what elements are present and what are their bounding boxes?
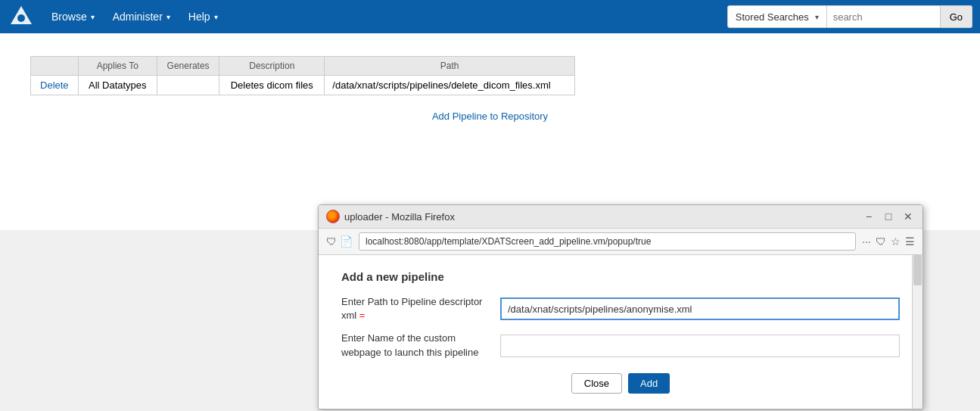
nav-browse[interactable]: Browse ▾	[42, 0, 104, 33]
col-path: Path	[325, 57, 575, 76]
browser-window-controls: − □ ✕	[862, 210, 915, 223]
minimize-button[interactable]: −	[862, 210, 876, 223]
col-applies-to: Applies To	[78, 57, 157, 76]
close-button[interactable]: ✕	[901, 210, 915, 223]
browser-title: uploader - Mozilla Firefox	[344, 211, 862, 223]
search-area: Stored Searches ▾ Go	[727, 5, 972, 28]
add-pipeline-link[interactable]: Add Pipeline to Repository	[30, 111, 950, 122]
logo	[8, 3, 35, 30]
firefox-icon	[326, 210, 340, 223]
col-generates: Generates	[157, 57, 219, 76]
applies-to-cell: All Datatypes	[78, 76, 157, 95]
col-description: Description	[219, 57, 325, 76]
browse-chevron-icon: ▾	[91, 13, 95, 21]
browser-popup: uploader - Mozilla Firefox − □ ✕ 🛡 📄 lo	[318, 204, 923, 230]
browser-addressbar: 🛡 📄 localhost:8080/app/template/XDATScre…	[319, 229, 922, 230]
main-content: Applies To Generates Description Path De…	[0, 33, 980, 230]
stored-searches-button[interactable]: Stored Searches ▾	[727, 5, 827, 28]
col-action	[31, 57, 79, 76]
go-button[interactable]: Go	[941, 5, 972, 28]
svg-point-1	[17, 14, 25, 22]
path-cell: /data/xnat/scripts/pipelines/delete_dico…	[325, 76, 575, 95]
description-cell: Deletes dicom files	[219, 76, 325, 95]
administer-chevron-icon: ▾	[166, 13, 170, 21]
nav-administer[interactable]: Administer ▾	[104, 0, 179, 33]
pipeline-table: Applies To Generates Description Path De…	[30, 56, 575, 95]
browser-titlebar: uploader - Mozilla Firefox − □ ✕	[319, 205, 922, 229]
generates-cell	[157, 76, 219, 95]
table-row: Delete All Datatypes Deletes dicom files…	[31, 76, 575, 95]
delete-link[interactable]: Delete	[40, 79, 69, 91]
nav-help[interactable]: Help ▾	[179, 0, 227, 33]
search-input[interactable]	[827, 5, 941, 28]
stored-searches-chevron-icon: ▾	[815, 13, 819, 21]
navbar: Browse ▾ Administer ▾ Help ▾ Stored Sear…	[0, 0, 980, 33]
help-chevron-icon: ▾	[214, 13, 218, 21]
maximize-button[interactable]: □	[882, 210, 895, 223]
